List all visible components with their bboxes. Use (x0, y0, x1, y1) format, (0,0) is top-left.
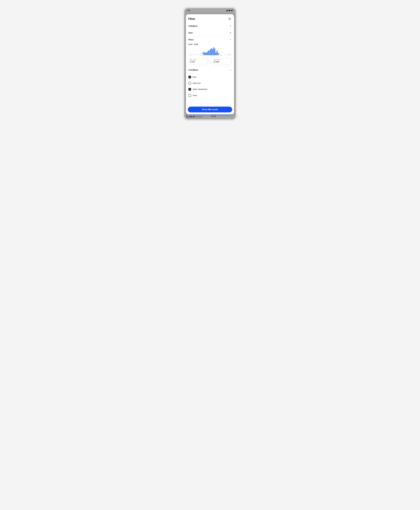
price-dash: – (210, 60, 210, 62)
minus-icon (229, 69, 232, 71)
histogram-bar (211, 48, 212, 55)
histogram-bar (213, 47, 214, 55)
check-icon (189, 76, 191, 78)
histogram-bar (212, 49, 213, 55)
price-inputs: Min. price $ 250 – Max Price $ 4500 (188, 56, 232, 66)
bg-item-strike-left: $1350.00 (196, 116, 203, 118)
checkbox[interactable] (188, 76, 191, 78)
condition-option[interactable]: Seller refurbished (188, 86, 232, 93)
checkbox[interactable] (188, 94, 191, 97)
max-price-label: Max Price (214, 59, 230, 61)
section-price-header[interactable]: Price (188, 36, 232, 43)
max-price-value: $ 4500 (214, 61, 230, 63)
histogram-bar (204, 52, 204, 55)
checkbox[interactable] (188, 88, 191, 91)
section-category[interactable]: Category (188, 23, 232, 30)
svg-rect-2 (233, 10, 233, 11)
screen: 9:15 of Drawers Oak and Teak $1,200.00 $… (184, 8, 236, 119)
check-icon (189, 89, 191, 90)
histogram-bar (209, 50, 210, 55)
cell-signal-icon (226, 10, 228, 11)
condition-option-label: Used (193, 94, 197, 97)
histogram-bar (217, 51, 218, 55)
max-price-input[interactable]: Max Price $ 4500 (212, 58, 232, 64)
filter-title: Filter (188, 17, 195, 21)
histogram-bar (205, 53, 205, 55)
section-condition: Condition NewOpen boxSeller refurbishedU… (188, 67, 232, 99)
chevron-right-icon (229, 25, 232, 27)
section-price: Price $145 - $450 (188, 36, 232, 67)
min-price-label: Min. price (190, 59, 206, 61)
condition-option-label: New (193, 76, 196, 78)
svg-rect-1 (231, 10, 232, 11)
filter-footer: Show 48k results (186, 105, 234, 114)
condition-option[interactable]: New (188, 74, 232, 80)
condition-option[interactable]: Used (188, 93, 232, 99)
histogram-bar (216, 53, 216, 55)
bg-item-price-left: $1,200.00 (186, 116, 195, 118)
status-icons (226, 10, 233, 11)
wifi-icon (228, 10, 230, 11)
device-frame: 9:15 of Drawers Oak and Teak $1,200.00 $… (183, 7, 237, 121)
histogram-bar (208, 51, 209, 55)
price-slider-track (188, 55, 232, 55)
condition-option-label: Seller refurbished (193, 88, 207, 90)
histogram-bar (206, 53, 207, 55)
minus-icon (229, 39, 232, 41)
show-results-button[interactable]: Show 48k results (188, 107, 232, 112)
section-sort[interactable]: Sort (188, 30, 232, 36)
battery-icon (231, 10, 233, 11)
min-price-value: $ 250 (190, 61, 206, 63)
filter-sheet: Filter Category Sort (186, 14, 234, 114)
condition-option-label: Open box (193, 82, 201, 84)
section-category-label: Category (188, 25, 197, 27)
filter-body: Category Sort (186, 23, 234, 105)
histogram-bar (210, 49, 211, 55)
price-slider-min-handle[interactable] (201, 54, 203, 56)
section-condition-header[interactable]: Condition (188, 67, 232, 73)
price-histogram[interactable] (188, 47, 232, 56)
filter-header: Filter (186, 14, 234, 23)
section-price-label: Price (188, 39, 194, 41)
checkbox[interactable] (188, 82, 191, 85)
histogram-bar (207, 52, 208, 55)
plus-icon (229, 32, 232, 34)
section-condition-label: Condition (188, 69, 198, 71)
histogram-bar (215, 48, 215, 55)
price-slider-max-handle[interactable] (218, 54, 221, 56)
price-range-summary: $145 - $450 (188, 43, 232, 47)
status-bar: 9:15 (184, 8, 236, 13)
status-time: 9:15 (187, 9, 190, 11)
close-button[interactable] (227, 17, 232, 21)
min-price-input[interactable]: Min. price $ 250 (188, 58, 208, 64)
section-sort-label: Sort (188, 32, 193, 34)
close-icon (229, 18, 231, 20)
condition-option[interactable]: Open box (188, 80, 232, 86)
